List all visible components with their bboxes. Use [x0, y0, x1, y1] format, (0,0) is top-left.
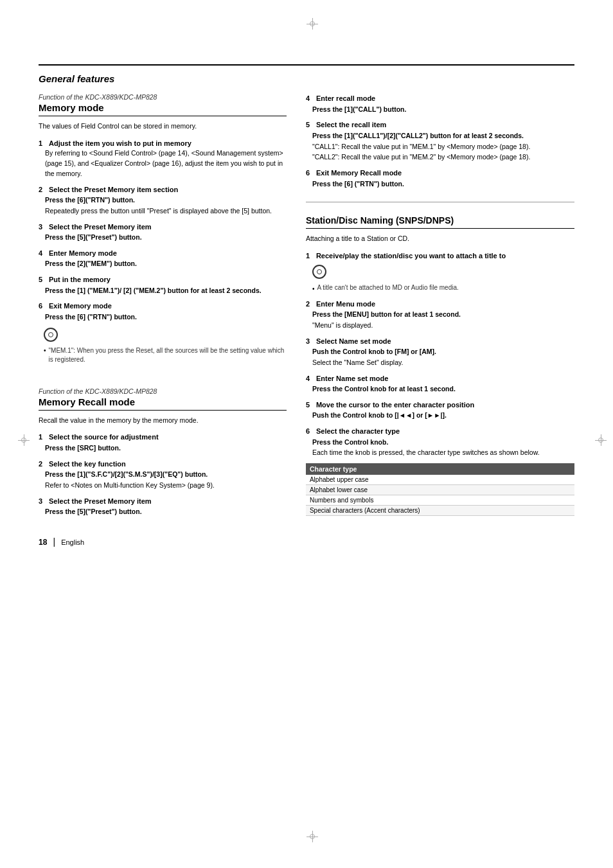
station-step-4: 4 Enter Name set mode Press the Control … — [306, 373, 574, 394]
station-disc-desc: Attaching a title to a Station or CD. — [306, 234, 574, 244]
recall-step-1-body: Press the [SRC] button. — [39, 443, 287, 454]
step-1-num: 1 — [39, 138, 46, 149]
station-step-6-num: 6 — [306, 426, 314, 437]
step-1-body: By referring to <Sound Field Control> (p… — [39, 148, 287, 179]
table-row: Alphabet upper case — [306, 475, 574, 485]
memory-note-text: "MEM.1": When you press the Reset, all t… — [49, 346, 287, 364]
memory-note-block: • "MEM.1": When you press the Reset, all… — [44, 328, 287, 364]
char-row-2: Alphabet lower case — [306, 485, 574, 495]
footer-divider: | — [53, 536, 55, 547]
recall-step-1: 1 Select the source for adjustment Press… — [39, 432, 287, 453]
page-number: 18 — [39, 538, 47, 547]
table-row: Numbers and symbols — [306, 495, 574, 506]
section-divider — [306, 202, 574, 202]
recall-right-step-4-title: Enter recall mode — [316, 93, 375, 104]
station-step-1-title: Receive/play the station/disc you want t… — [316, 251, 506, 261]
page-title: General features — [39, 73, 574, 84]
recall-step-2: 2 Select the key function Press the [1](… — [39, 459, 287, 491]
station-step-2-title: Enter Menu mode — [316, 299, 375, 310]
station-disc-title: Station/Disc Naming (SNPS/DNPS) — [306, 215, 574, 229]
recall-right-step-5-title: Select the recall item — [316, 120, 386, 130]
station-step-5-title: Move the cursor to the enter character p… — [316, 400, 474, 411]
step-2-body: Press the [6]("RTN") button. Repeatedly … — [39, 195, 287, 217]
char-table-header: Character type — [306, 463, 574, 475]
station-step-1-num: 1 — [306, 251, 314, 261]
recall-right-step-4-num: 4 — [306, 93, 314, 104]
memory-recall-right: 4 Enter recall mode Press the [1]("CALL"… — [306, 93, 574, 189]
station-step-1-icon-block: • A title can't be attached to MD or Aud… — [312, 265, 574, 294]
memory-recall-title: Memory Recall mode — [39, 396, 287, 411]
recall-step-3-body: Press the [5]("Preset") button. — [39, 507, 287, 517]
station-step-1: 1 Receive/play the station/disc you want… — [306, 251, 574, 294]
memory-mode-title: Memory mode — [39, 102, 287, 116]
memory-mode-section: Function of the KDC-X889/KDC-MP828 Memor… — [39, 93, 287, 364]
station-step-2: 2 Enter Menu mode Press the [MENU] butto… — [306, 299, 574, 331]
recall-right-step-5-body: Press the [1]("CALL1")/[2]("CALL2") butt… — [306, 131, 574, 163]
step-5-title: Put in the memory — [49, 274, 111, 285]
station-step-4-title: Enter Name set mode — [316, 373, 388, 384]
memory-step-3: 3 Select the Preset Memory item Press th… — [39, 222, 287, 243]
station-step-3-body: Push the Control knob to [FM] or [AM]. S… — [306, 347, 574, 368]
char-row-3: Numbers and symbols — [306, 495, 574, 506]
step-6-num: 6 — [39, 301, 46, 312]
step-5-num: 5 — [39, 274, 46, 285]
content-area: General features Function of the KDC-X88… — [39, 64, 574, 804]
step-5-body: Press the [1] ("MEM.1")/ [2] ("MEM.2") b… — [39, 286, 287, 296]
memory-recall-section: Function of the KDC-X889/KDC-MP828 Memor… — [39, 387, 287, 547]
station-step-1-note: • A title can't be attached to MD or Aud… — [312, 283, 574, 294]
step-3-num: 3 — [39, 222, 46, 233]
memory-step-4: 4 Enter Memory mode Press the [2]("MEM")… — [39, 248, 287, 269]
recall-right-step-4-body: Press the [1]("CALL") button. — [306, 105, 574, 115]
memory-step-6: 6 Exit Memory mode Press the [6] ("RTN")… — [39, 301, 287, 322]
step-4-title: Enter Memory mode — [49, 248, 117, 259]
recall-right-step-6: 6 Exit Memory Recall mode Press the [6] … — [306, 168, 574, 189]
table-row: Special characters (Accent characters) — [306, 506, 574, 516]
step-3-title: Select the Preset Memory item — [49, 222, 152, 233]
footer-lang: English — [61, 538, 84, 546]
step-4-num: 4 — [39, 248, 46, 259]
memory-recall-function-label: Function of the KDC-X889/KDC-MP828 — [39, 387, 287, 395]
station-step-4-num: 4 — [306, 373, 314, 384]
char-row-4: Special characters (Accent characters) — [306, 506, 574, 516]
memory-step-1: 1 Adjust the item you wish to put in mem… — [39, 138, 287, 179]
recall-step-3-title: Select the Preset Memory item — [49, 496, 152, 507]
recall-right-step-6-num: 6 — [306, 168, 314, 179]
two-column-layout: Function of the KDC-X889/KDC-MP828 Memor… — [39, 93, 574, 547]
recall-right-step-5: 5 Select the recall item Press the [1]("… — [306, 120, 574, 163]
table-row: Alphabet lower case — [306, 485, 574, 495]
station-step-2-num: 2 — [306, 299, 314, 310]
memory-mode-function-label: Function of the KDC-X889/KDC-MP828 — [39, 93, 287, 101]
station-step-3-title: Select Name set mode — [316, 336, 391, 347]
note-cd-icon — [44, 328, 58, 342]
recall-right-step-6-body: Press the [6] ("RTN") button. — [306, 179, 574, 190]
character-type-table: Character type Alphabet upper case Alpha… — [306, 463, 574, 516]
recall-step-2-num: 2 — [39, 459, 46, 470]
recall-right-step-4: 4 Enter recall mode Press the [1]("CALL"… — [306, 93, 574, 114]
recall-right-step-5-num: 5 — [306, 120, 314, 130]
recall-step-2-title: Select the key function — [49, 459, 126, 470]
top-rule — [39, 64, 574, 66]
station-step-6-body: Press the Control knob. Each time the kn… — [306, 438, 574, 459]
char-table-body: Alphabet upper case Alphabet lower case … — [306, 475, 574, 516]
station-step-6-title: Select the character type — [316, 426, 400, 437]
memory-note-row: • "MEM.1": When you press the Reset, all… — [44, 346, 287, 364]
page: General features Function of the KDC-X88… — [0, 0, 613, 868]
memory-mode-desc: The values of Field Control can be store… — [39, 121, 287, 132]
station-step-2-body: Press the [MENU] button for at least 1 s… — [306, 310, 574, 331]
step-2-title: Select the Preset Memory item section — [49, 184, 178, 195]
memory-recall-desc: Recall the value in the memory by the me… — [39, 416, 287, 426]
station-disc-section: Station/Disc Naming (SNPS/DNPS) Attachin… — [306, 215, 574, 516]
page-footer-left: 18 | English — [39, 536, 287, 547]
step-6-body: Press the [6] ("RTN") button. — [39, 312, 287, 323]
station-step-3-num: 3 — [306, 336, 314, 347]
step-6-title: Exit Memory mode — [49, 301, 112, 312]
right-column: 4 Enter recall mode Press the [1]("CALL"… — [306, 93, 574, 547]
recall-step-1-num: 1 — [39, 432, 46, 443]
station-step-5-body: Push the Control knob to [|◄◄] or [►►|]. — [306, 411, 574, 421]
recall-step-1-title: Select the source for adjustment — [49, 432, 159, 443]
recall-step-3: 3 Select the Preset Memory item Press th… — [39, 496, 287, 517]
station-step-5: 5 Move the cursor to the enter character… — [306, 400, 574, 421]
recall-step-3-num: 3 — [39, 496, 46, 507]
left-column: Function of the KDC-X889/KDC-MP828 Memor… — [39, 93, 287, 547]
station-step-4-body: Press the Control knob for at least 1 se… — [306, 384, 574, 394]
